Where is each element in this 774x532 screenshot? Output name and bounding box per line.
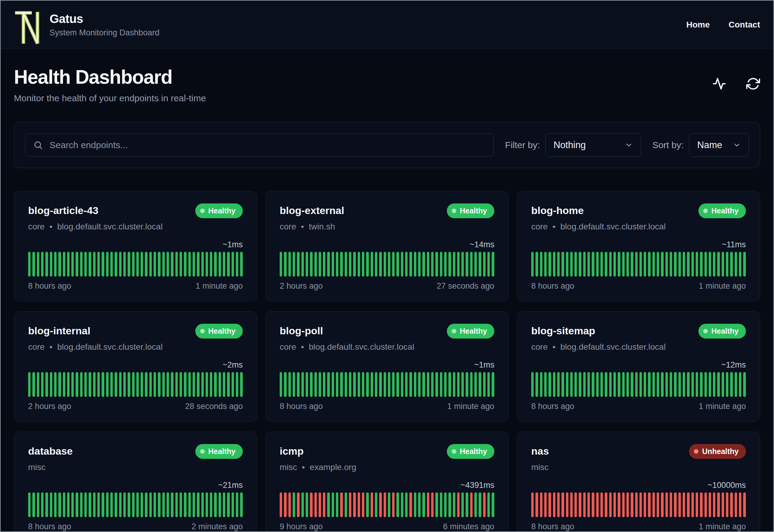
health-bar-down[interactable] [579,492,581,517]
health-bar-down[interactable] [392,492,395,517]
health-bar-down[interactable] [648,492,650,517]
health-bar-up[interactable] [54,492,57,517]
health-bar-up[interactable] [54,252,57,277]
health-bar-up[interactable] [540,252,542,277]
health-bar-up[interactable] [214,372,216,397]
health-bar-down[interactable] [553,492,555,517]
health-bar-up[interactable] [422,492,425,517]
health-bar-up[interactable] [223,252,225,277]
health-bar-up[interactable] [80,252,83,277]
health-bar-up[interactable] [652,252,655,277]
health-bar-up[interactable] [171,252,173,277]
health-bar-up[interactable] [605,252,607,277]
health-bar-up[interactable] [227,252,229,277]
health-bar-down[interactable] [362,492,364,517]
health-bar-down[interactable] [713,492,715,517]
health-bar-up[interactable] [175,372,178,397]
health-bar-down[interactable] [639,492,642,517]
health-bar-up[interactable] [280,372,282,397]
health-bar-down[interactable] [531,492,534,517]
health-bar-up[interactable] [388,372,390,397]
health-bar-up[interactable] [232,492,234,517]
health-bar-up[interactable] [531,252,534,277]
health-bar-down[interactable] [288,492,291,517]
health-bar-up[interactable] [535,372,538,397]
health-bar-down[interactable] [661,492,663,517]
health-bar-up[interactable] [145,492,147,517]
health-bar-up[interactable] [730,252,733,277]
health-bar-up[interactable] [700,252,702,277]
health-bar-up[interactable] [162,492,165,517]
health-bar-up[interactable] [119,372,122,397]
health-bar-up[interactable] [461,252,464,277]
health-bar-up[interactable] [492,252,494,277]
health-bar-up[interactable] [345,252,347,277]
health-bar-up[interactable] [409,372,412,397]
health-bar-up[interactable] [561,252,564,277]
health-bar-up[interactable] [583,372,586,397]
health-bar-up[interactable] [483,252,486,277]
health-bar-up[interactable] [301,372,304,397]
health-bar-up[interactable] [293,492,295,517]
health-bar-up[interactable] [358,372,360,397]
health-bar-up[interactable] [457,372,460,397]
health-bar-up[interactable] [102,372,104,397]
health-bar-up[interactable] [479,492,481,517]
health-bar-up[interactable] [353,252,356,277]
health-bar-up[interactable] [461,372,464,397]
health-bar-up[interactable] [366,492,369,517]
health-bar-up[interactable] [579,372,581,397]
health-bar-up[interactable] [730,372,733,397]
health-bar-up[interactable] [158,492,160,517]
health-bar-up[interactable] [726,252,728,277]
health-bar-up[interactable] [67,372,70,397]
health-bar-up[interactable] [639,252,642,277]
health-bar-up[interactable] [306,492,308,517]
health-bar-up[interactable] [141,252,143,277]
health-bar-up[interactable] [674,252,676,277]
health-bar-down[interactable] [652,492,655,517]
health-bar-up[interactable] [683,372,685,397]
health-bar-down[interactable] [722,492,724,517]
health-bar-up[interactable] [435,372,438,397]
health-bar-up[interactable] [97,372,100,397]
health-bar-up[interactable] [717,252,720,277]
health-bar-up[interactable] [141,492,143,517]
health-bar-up[interactable] [188,252,191,277]
health-bar-up[interactable] [401,372,403,397]
health-bar-up[interactable] [136,372,139,397]
health-bar-up[interactable] [223,372,225,397]
health-bar-up[interactable] [644,372,646,397]
health-bar-up[interactable] [609,252,612,277]
health-bar-up[interactable] [293,372,295,397]
health-bar-down[interactable] [566,492,568,517]
health-bar-up[interactable] [409,252,412,277]
health-bar-up[interactable] [58,492,61,517]
health-bar-up[interactable] [175,492,178,517]
health-bar-up[interactable] [284,252,286,277]
health-bar-up[interactable] [639,372,642,397]
health-bar-up[interactable] [63,252,65,277]
health-bar-up[interactable] [362,252,364,277]
health-bar-up[interactable] [678,252,681,277]
health-bar-up[interactable] [422,252,425,277]
health-bar-up[interactable] [570,252,573,277]
health-bar-down[interactable] [548,492,551,517]
health-bar-down[interactable] [353,492,356,517]
health-bar-down[interactable] [743,492,746,517]
health-bar-up[interactable] [392,252,395,277]
health-bar-up[interactable] [414,252,416,277]
health-bar-down[interactable] [384,492,386,517]
health-bar-up[interactable] [158,252,160,277]
health-bar-up[interactable] [89,252,91,277]
health-bar-up[interactable] [50,372,52,397]
health-bar-down[interactable] [631,492,633,517]
health-bar-up[interactable] [167,252,169,277]
health-bar-up[interactable] [301,492,304,517]
health-bar-up[interactable] [384,372,386,397]
health-bar-up[interactable] [648,372,650,397]
health-bar-up[interactable] [214,252,216,277]
health-bar-up[interactable] [110,252,113,277]
health-bar-down[interactable] [592,492,594,517]
health-bar-up[interactable] [37,252,39,277]
